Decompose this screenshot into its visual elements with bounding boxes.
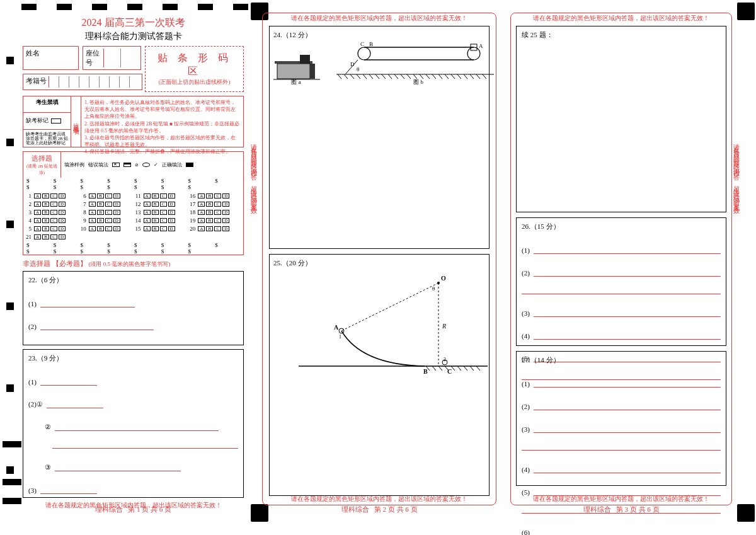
svg-text:1: 1 (339, 334, 341, 340)
align-mark (57, 4, 72, 10)
warning-text: 请在各题规定的黑色矩形区域内答题，超出该区域的答案无效！ (511, 495, 731, 503)
svg-line-63 (464, 366, 467, 371)
mc-row-10[interactable]: 10ABCD (79, 224, 133, 233)
mc-row-21[interactable]: 21ABCD (25, 233, 78, 241)
question-25[interactable]: 25.（20 分） O θ R A 1 B 2 C (269, 254, 490, 496)
seat-field[interactable]: 座位号 (83, 46, 141, 70)
fill-demo: 填涂样例 错误填法 ⊘✓ 正确填法 (61, 152, 243, 178)
mc-row-3[interactable]: 3ABCD (25, 208, 78, 216)
svg-text:B: B (423, 368, 428, 375)
mc-row-2[interactable]: 2ABCD (25, 200, 78, 208)
svg-line-35 (445, 74, 449, 79)
align-mark (3, 498, 21, 504)
svg-rect-0 (277, 64, 310, 79)
mc-row-4[interactable]: 4ABCD (25, 216, 78, 224)
q22-item-1: (1) (28, 300, 37, 308)
svg-line-29 (407, 74, 411, 79)
svg-line-34 (438, 74, 442, 79)
q23-item-2a: (2)① (28, 400, 43, 408)
dollar-row: $ $ $ $ $ $ $ $ $ $ $ $ $ $ $ (23, 178, 243, 190)
mc-row-12[interactable]: 12ABCD (134, 200, 188, 208)
footer-page: 第 1 页 共 6 页 (128, 505, 171, 513)
svg-rect-2 (310, 64, 315, 79)
svg-line-38 (464, 74, 467, 79)
question-25-continued[interactable]: 续 25 题： (516, 26, 726, 212)
svg-text:图 a: 图 a (291, 79, 301, 85)
svg-line-62 (457, 366, 461, 371)
q26-number: 26.（15 分） (522, 222, 721, 231)
question-23[interactable]: 23.（9 分） (1) (2)① ② ③ (3) (23, 349, 244, 498)
svg-text:C: C (447, 368, 452, 375)
align-mark (127, 4, 142, 10)
align-mark (6, 466, 14, 474)
svg-line-41 (483, 74, 486, 79)
svg-text:2: 2 (444, 357, 446, 362)
warning-text: 请在各题规定的黑色矩形区域内答题，超出该区域的答案无效！ (263, 14, 496, 23)
q25c-label: 续 25 题： (522, 30, 721, 40)
svg-text:图 b: 图 b (413, 79, 423, 85)
mc-row-16[interactable]: 16ABCD (188, 192, 242, 200)
absent-label: 缺考标记 (26, 117, 49, 125)
q25-diagram: O θ R A 1 B 2 C (273, 272, 500, 379)
mc-row-6[interactable]: 6ABCD (79, 192, 133, 200)
svg-line-65 (476, 366, 480, 371)
name-field[interactable]: 姓名 (23, 46, 79, 70)
column-3: 请在各题规定的黑色矩形区域内答题，超出该区域的答案无效！ 续 25 题： 26.… (510, 13, 732, 510)
corner-mark (737, 3, 755, 20)
align-mark (233, 4, 248, 10)
mc-row-1[interactable]: 1ABCD (25, 192, 78, 200)
svg-point-7 (467, 47, 480, 60)
svg-text:O: O (441, 275, 446, 282)
svg-line-24 (375, 74, 379, 79)
instructions-title: 注意事项 (71, 96, 81, 147)
mc-row-11[interactable]: 11ABCD (134, 192, 188, 200)
svg-line-19 (344, 74, 348, 79)
examid-field[interactable]: 考籍号 (23, 74, 142, 90)
svg-text:A: A (334, 324, 339, 331)
svg-text:R: R (442, 323, 446, 330)
side-warning: 请在各题目的答题区域内作答，超出该区域的答案无效 (731, 139, 740, 403)
mc-row-9[interactable]: 9ABCD (79, 216, 133, 224)
align-mark (6, 384, 14, 392)
question-26[interactable]: 26.（15 分） (1) (2) (3) (4) (5) (516, 217, 726, 346)
question-24[interactable]: 24.（12 分） 图 a A (269, 26, 490, 249)
frq-header: 非选择题 【必考题】 (须用 0.5 毫米的黑色签字笔书写) (23, 259, 244, 268)
question-22[interactable]: 22.（6 分） (1) (2) (23, 271, 244, 345)
svg-line-37 (457, 74, 461, 79)
svg-line-33 (432, 74, 436, 79)
mc-row-13[interactable]: 13ABCD (134, 208, 188, 216)
align-mark (92, 4, 107, 10)
dollar-row: $ $ $ $ $ $ $ $ $ $ $ $ $ $ $ (23, 242, 243, 255)
mc-row-15[interactable]: 15ABCD (134, 224, 188, 233)
absent-bubble[interactable] (51, 118, 61, 124)
mc-row-7[interactable]: 7ABCD (79, 200, 133, 208)
mc-row-19[interactable]: 19ABCD (188, 216, 242, 224)
svg-text:θ: θ (432, 285, 435, 292)
mc-row-18[interactable]: 18ABCD (188, 208, 242, 216)
svg-line-58 (432, 366, 436, 371)
q24-number: 24.（12 分） (273, 30, 485, 40)
q24-diagram: 图 a A C B θ D (273, 40, 500, 85)
question-27[interactable]: 27.（14 分） (1) (2) (3) (4) (5) (6) (516, 351, 726, 486)
barcode-area[interactable]: 贴 条 形 码 区 (正面朝上切勿贴出虚线框外) (145, 46, 244, 92)
svg-line-32 (426, 74, 430, 79)
mc-row-20[interactable]: 20ABCD (188, 224, 242, 233)
q23-number: 23.（9 分） (28, 354, 238, 363)
svg-rect-3 (300, 55, 310, 64)
align-mark (3, 479, 21, 485)
warning-text: 请在各题规定的黑色矩形区域内答题，超出该区域的答案无效！ (511, 14, 731, 23)
svg-line-26 (388, 74, 392, 79)
mc-row-5[interactable]: 5ABCD (25, 224, 78, 233)
svg-line-30 (413, 74, 417, 79)
svg-line-20 (350, 74, 354, 79)
mc-row-14[interactable]: 14ABCD (134, 216, 188, 224)
svg-line-25 (382, 74, 386, 79)
mc-row-8[interactable]: 8ABCD (79, 208, 133, 216)
svg-line-40 (476, 74, 480, 79)
align-mark (198, 4, 213, 10)
corner-mark (737, 504, 755, 522)
mc-row-17[interactable]: 17ABCD (188, 200, 242, 208)
svg-text:A: A (479, 43, 483, 49)
svg-line-39 (470, 74, 474, 79)
q22-item-2: (2) (28, 323, 37, 330)
